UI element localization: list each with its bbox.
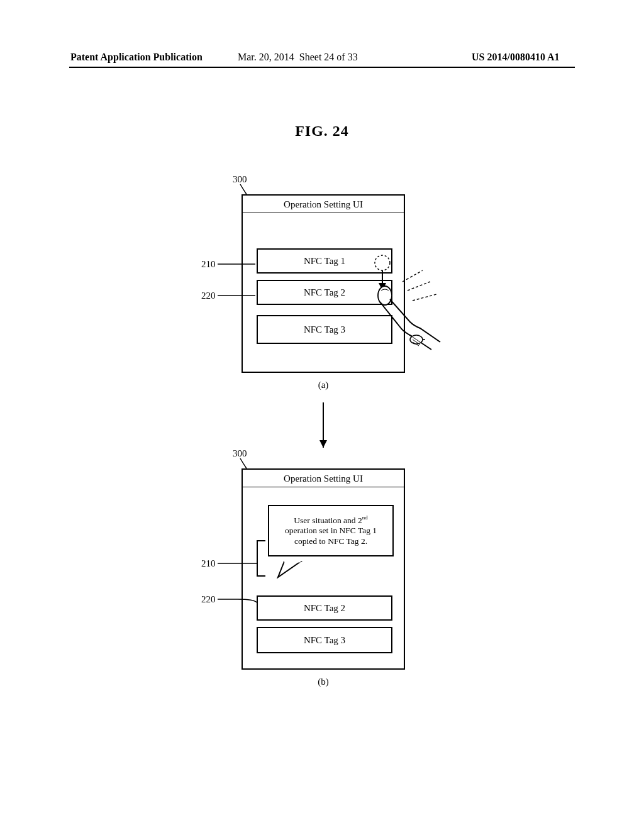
popup-line3: copied to NFC Tag 2. — [294, 536, 367, 546]
ref-300-a: 300 — [233, 174, 247, 185]
header-sheet: Sheet 24 of 33 — [299, 52, 358, 62]
popup-ordinal: nd — [362, 514, 368, 521]
popup-line1: User situation and 2 — [294, 515, 362, 524]
copy-popup-text: User situation and 2nd operation set in … — [285, 514, 377, 547]
nfc-tag-2-row[interactable]: NFC Tag 2 — [257, 280, 392, 305]
nfc-tag-3-row[interactable]: NFC Tag 3 — [257, 315, 392, 344]
figure-title: FIG. 24 — [0, 123, 644, 140]
panel-a-title: Operation Setting UI — [243, 196, 404, 213]
svg-line-9 — [413, 294, 436, 301]
ref-220-b: 220 — [201, 594, 216, 605]
svg-line-12 — [413, 340, 420, 345]
nfc-tag-1-stub — [257, 540, 265, 577]
panel-b-titlebar: Operation Setting UI — [243, 470, 404, 487]
header-right: US 2014/0080410 A1 — [472, 52, 560, 63]
svg-line-13 — [413, 342, 419, 346]
panel-a-screen: Operation Setting UI NFC Tag 1 NFC Tag 2… — [242, 194, 405, 373]
header-left: Patent Application Publication — [70, 52, 203, 63]
header-middle: Mar. 20, 2014 Sheet 24 of 33 — [238, 52, 358, 63]
panel-b-screen: Operation Setting UI NFC Tag 2 NFC Tag 3… — [242, 468, 405, 670]
page: Patent Application Publication Mar. 20, … — [0, 0, 644, 830]
panel-b-title: Operation Setting UI — [243, 470, 404, 487]
ref-210-b: 210 — [201, 558, 216, 569]
nfc-tag-1-row[interactable]: NFC Tag 1 — [257, 248, 392, 274]
ref-220-a: 220 — [201, 290, 216, 301]
header-date: Mar. 20, 2014 — [238, 52, 294, 62]
header-rule — [69, 67, 575, 68]
svg-line-11 — [413, 337, 420, 342]
nfc-tag-2-row-b[interactable]: NFC Tag 2 — [257, 595, 392, 621]
ref-300-b: 300 — [233, 448, 247, 459]
svg-line-7 — [402, 270, 423, 282]
panel-a-titlebar: Operation Setting UI — [243, 196, 404, 213]
panel-a-sublabel: (a) — [242, 380, 405, 390]
ref-210-a: 210 — [201, 259, 216, 270]
copy-popup: User situation and 2nd operation set in … — [268, 505, 394, 556]
nfc-tag-3-row-b[interactable]: NFC Tag 3 — [257, 627, 392, 653]
popup-line2: operation set in NFC Tag 1 — [285, 526, 377, 535]
panel-b-sublabel: (b) — [242, 677, 405, 687]
svg-point-10 — [410, 335, 423, 344]
panel-a-body: NFC Tag 1 NFC Tag 2 NFC Tag 3 — [243, 213, 404, 368]
panel-b-body: NFC Tag 2 NFC Tag 3 User situation and 2… — [243, 487, 404, 665]
svg-line-8 — [408, 282, 430, 290]
